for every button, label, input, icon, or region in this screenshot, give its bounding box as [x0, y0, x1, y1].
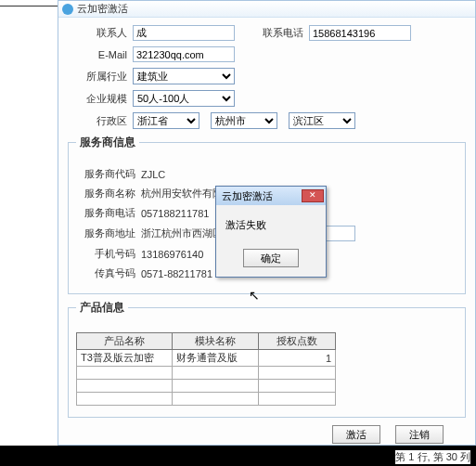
phone-input[interactable] — [309, 25, 411, 41]
message-dialog: 云加密激活 ✕ 激活失败 确定 — [215, 186, 327, 278]
province-select[interactable]: 浙江省 — [133, 112, 199, 129]
table-header-row: 产品名称 模块名称 授权点数 — [77, 333, 336, 350]
provider-code-label: 服务商代码 — [76, 167, 141, 181]
email-label: E-Mail — [68, 49, 133, 60]
scale-select[interactable]: 50人-100人 — [133, 90, 235, 107]
product-fieldset: 产品信息 产品名称 模块名称 授权点数 T3普及版云加密 财务通普及版 1 — [68, 300, 466, 418]
provider-fax-value: 0571-88211781 — [141, 268, 212, 279]
dialog-title: 云加密激活 — [222, 189, 273, 203]
dialog-message: 激活失败 — [216, 205, 326, 236]
table-row[interactable] — [77, 367, 336, 380]
provider-mobile-label: 手机号码 — [76, 247, 141, 261]
provider-name-label: 服务商名称 — [76, 187, 141, 201]
provider-tel-label: 服务商电话 — [76, 206, 141, 220]
district-select[interactable]: 滨江区 — [289, 112, 355, 129]
provider-fax-label: 传真号码 — [76, 266, 141, 280]
table-row[interactable]: T3普及版云加密 财务通普及版 1 — [77, 350, 336, 367]
contact-label: 联系人 — [68, 26, 133, 40]
status-bar: 第 1 行, 第 30 列 — [395, 450, 470, 464]
col-license: 授权点数 — [259, 333, 336, 350]
activate-button[interactable]: 激活 — [332, 425, 380, 444]
provider-addr-label: 服务商地址 — [76, 227, 141, 240]
table-row[interactable] — [77, 380, 336, 393]
scale-label: 企业规模 — [68, 92, 133, 106]
phone-label: 联系电话 — [235, 26, 309, 40]
product-legend: 产品信息 — [76, 300, 128, 316]
dialog-ok-button[interactable]: 确定 — [243, 249, 299, 267]
title-bar: 云加密激活 — [58, 1, 475, 18]
table-row[interactable] — [77, 393, 336, 406]
register-button[interactable]: 注销 — [395, 425, 444, 444]
industry-label: 所属行业 — [68, 70, 133, 84]
industry-select[interactable]: 建筑业 — [133, 68, 235, 84]
col-product: 产品名称 — [77, 333, 173, 350]
region-label: 行政区 — [68, 114, 133, 128]
window-title: 云加密激活 — [77, 2, 128, 16]
product-table: 产品名称 模块名称 授权点数 T3普及版云加密 财务通普及版 1 — [76, 332, 336, 406]
provider-mobile-value: 13186976140 — [141, 249, 203, 260]
provider-legend: 服务商信息 — [76, 135, 139, 150]
dialog-title-bar: 云加密激活 ✕ — [216, 187, 326, 205]
provider-tel-value: 057188211781 — [141, 208, 209, 219]
provider-code-value: ZJLC — [141, 169, 165, 180]
contact-input[interactable] — [133, 25, 235, 41]
city-select[interactable]: 杭州市 — [211, 112, 277, 129]
col-module: 模块名称 — [173, 333, 259, 350]
app-icon — [62, 4, 73, 15]
close-icon[interactable]: ✕ — [302, 189, 324, 202]
email-input[interactable] — [133, 46, 235, 62]
